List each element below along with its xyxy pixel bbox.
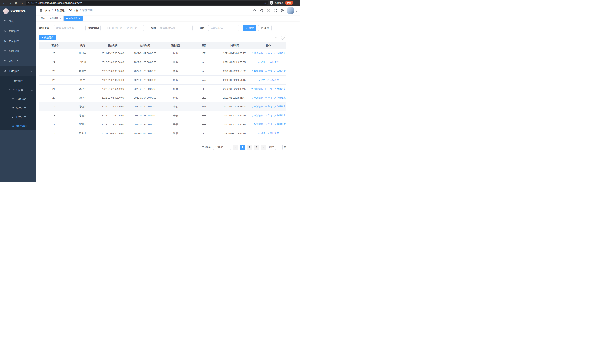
table-row[interactable]: 16 不通过 2022-01-04 00:00:00 2022-01-13 00…	[39, 129, 286, 138]
create-leave-button[interactable]: + 发起请假	[39, 35, 56, 40]
user-avatar[interactable]	[287, 7, 293, 14]
cancel-leave-link[interactable]: 取消请假	[251, 69, 263, 73]
tag-home[interactable]: 首页	[39, 16, 47, 21]
approval-progress-link[interactable]: 审批进度	[267, 132, 279, 135]
detail-link[interactable]: 详情	[265, 87, 272, 90]
detail-link[interactable]: 详情	[258, 78, 265, 82]
approval-progress-link[interactable]: 审批进度	[274, 69, 286, 73]
cancel-leave-link[interactable]: 取消请假	[251, 52, 263, 55]
sidebar-item-system[interactable]: 系统管理	[0, 26, 36, 36]
table-row[interactable]: 20 处理中 2022-01-04 00:00:00 2022-01-04 00…	[39, 93, 286, 102]
sidebar-fold-icon[interactable]	[38, 9, 42, 12]
cell-end-time: 2022-01-19 00:00:00	[129, 49, 161, 58]
sidebar-item-task-management[interactable]: 任务管理	[0, 86, 36, 95]
search-icon	[245, 27, 248, 29]
search-icon[interactable]	[253, 9, 256, 12]
table-row[interactable]: 22 通过 2022-01-22 00:00:00 2022-01-22 00:…	[39, 76, 286, 84]
detail-link[interactable]: 详情	[265, 69, 272, 73]
sidebar-item-process-management[interactable]: 流程管理	[0, 76, 36, 86]
next-page-button[interactable]	[261, 145, 266, 150]
cancel-leave-link[interactable]: 取消请假	[251, 87, 263, 90]
result-select[interactable]: 请选择流结果	[158, 25, 193, 31]
table-row[interactable]: 19 处理中 2022-01-22 00:00:00 2022-01-22 00…	[39, 102, 286, 111]
security-indicator[interactable]: 不安全	[28, 1, 37, 5]
approval-progress-link[interactable]: 审批进度	[274, 96, 286, 99]
approval-progress-link[interactable]: 审批进度	[274, 114, 286, 117]
leave-type-select[interactable]: 请选择请假类型	[54, 25, 86, 31]
table-row[interactable]: 17 处理中 2022-01-22 00:00:00 2022-01-22 00…	[39, 120, 286, 129]
refresh-table-button[interactable]	[281, 35, 286, 40]
forward-icon[interactable]: →	[8, 1, 12, 5]
security-label: 不安全	[31, 1, 37, 5]
fullscreen-icon[interactable]	[274, 9, 277, 12]
sidebar-item-devtools[interactable]: 研发工具	[0, 56, 36, 66]
pen-icon	[274, 88, 276, 90]
table-row[interactable]: 23 处理中 2022-01-03 00:00:00 2022-01-26 00…	[39, 67, 286, 76]
detail-link[interactable]: 详情	[265, 96, 272, 99]
sidebar-item-my-processes[interactable]: 我的流程	[0, 95, 36, 104]
detail-link[interactable]: 详情	[265, 52, 272, 55]
browser-menu-icon[interactable]: ⋮	[295, 1, 298, 4]
tag-close-icon[interactable]: ×	[59, 17, 62, 20]
page-button-1[interactable]: 1	[240, 145, 245, 150]
action-label: 审批进度	[277, 69, 286, 73]
cell-apply-time: 2022-01-22 23:53:32	[218, 67, 251, 75]
sidebar-item-workflow[interactable]: 工作流程	[0, 66, 36, 76]
approval-progress-link[interactable]: 审批进度	[274, 123, 286, 126]
approval-progress-link[interactable]: 审批进度	[274, 52, 286, 55]
avatar-caret-icon[interactable]	[296, 11, 297, 12]
font-size-icon[interactable]	[281, 9, 284, 12]
reason-input[interactable]	[208, 25, 239, 31]
detail-link[interactable]: 详情	[265, 105, 272, 108]
table-row[interactable]: 25 处理中 2021-12-27 00:00:00 2022-01-19 00…	[39, 49, 286, 58]
approval-progress-link[interactable]: 审批进度	[274, 87, 286, 90]
help-icon[interactable]	[267, 9, 270, 12]
back-icon[interactable]: ←	[2, 1, 6, 5]
detail-link[interactable]: 详情	[258, 61, 265, 64]
reset-button[interactable]: 重置	[258, 25, 272, 31]
breadcrumb-workflow[interactable]: 工作流程	[54, 9, 65, 12]
browser-update-button[interactable]: 更新	[285, 1, 293, 5]
approval-progress-link[interactable]: 审批进度	[274, 105, 286, 108]
cancel-leave-link[interactable]: 取消请假	[251, 114, 263, 117]
breadcrumb: 首页 / 工作流程 / OA 示例 / 请假查询	[45, 9, 253, 12]
action-label: 详情	[261, 61, 265, 64]
detail-link[interactable]: 详情	[265, 114, 272, 117]
page-size-select[interactable]: 10条/页	[213, 145, 231, 150]
breadcrumb-oa-example[interactable]: OA 示例	[69, 9, 78, 12]
github-icon[interactable]	[260, 9, 263, 12]
home-icon[interactable]: ⌂	[20, 1, 24, 5]
table-row[interactable]: 24 已取消 2022-01-03 00:00:00 2022-01-26 00…	[39, 58, 286, 67]
url-bar[interactable]: 不安全 dashboard.yudao.iocoder.cn/bpm/oa/le…	[26, 1, 268, 5]
search-button[interactable]: 搜索	[243, 25, 256, 31]
cancel-leave-link[interactable]: 取消请假	[251, 105, 263, 108]
cell-start-time: 2022-01-03 00:00:00	[96, 58, 129, 66]
sidebar-item-infrastructure[interactable]: 基础设施	[0, 46, 36, 56]
sidebar-item-done-tasks[interactable]: 已办任务	[0, 113, 36, 121]
tag-leave-query[interactable]: 请假查询 ×	[65, 16, 83, 21]
approval-progress-link[interactable]: 审批进度	[267, 61, 279, 64]
table-row[interactable]: 18 处理中 2022-01-11 00:00:00 2022-01-11 00…	[39, 111, 286, 120]
sidebar-item-todo-tasks[interactable]: 待办任务	[0, 104, 36, 113]
page-button-3[interactable]: 3	[254, 145, 259, 150]
toggle-search-button[interactable]	[274, 35, 279, 40]
tag-close-icon[interactable]: ×	[78, 17, 81, 20]
bookmark-star-icon[interactable]: ☆	[264, 1, 266, 4]
sidebar-item-leave-query[interactable]: 请假查询	[0, 121, 36, 131]
sidebar-item-home[interactable]: 首页	[0, 16, 36, 26]
breadcrumb-home[interactable]: 首页	[45, 9, 50, 12]
detail-link[interactable]: 详情	[258, 132, 265, 135]
apply-time-range-picker[interactable]: 开始日期 - 结束日期	[100, 25, 144, 31]
sidebar-logo[interactable]: 芋道管理系统	[0, 6, 36, 16]
page-button-2[interactable]: 2	[247, 145, 252, 150]
prev-page-button[interactable]	[233, 145, 238, 150]
cancel-leave-link[interactable]: 取消请假	[251, 123, 263, 126]
detail-link[interactable]: 详情	[265, 123, 272, 126]
cancel-leave-link[interactable]: 取消请假	[251, 96, 263, 99]
goto-page-input[interactable]	[275, 145, 282, 150]
approval-progress-link[interactable]: 审批进度	[267, 78, 279, 82]
sidebar-item-payment[interactable]: ¥ 支付管理	[0, 36, 36, 46]
reload-icon[interactable]: ↻	[14, 1, 18, 5]
table-row[interactable]: 21 处理中 2022-01-22 00:00:00 2022-01-23 00…	[39, 84, 286, 93]
tag-process-detail[interactable]: 流程详情 ×	[48, 16, 64, 21]
